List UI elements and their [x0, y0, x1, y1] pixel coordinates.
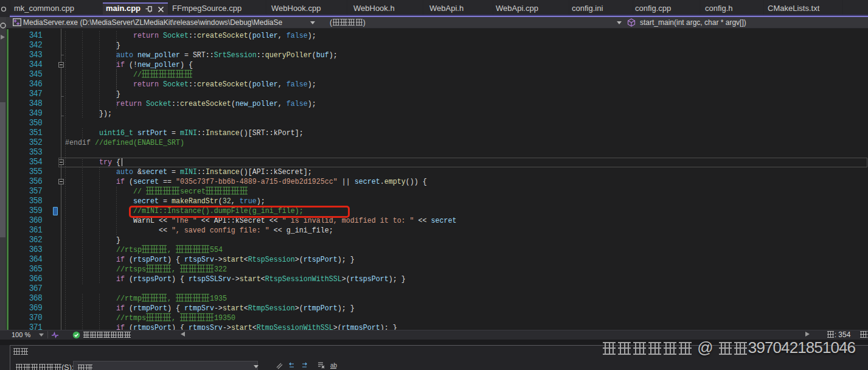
svg-text:ab: ab: [330, 362, 338, 369]
